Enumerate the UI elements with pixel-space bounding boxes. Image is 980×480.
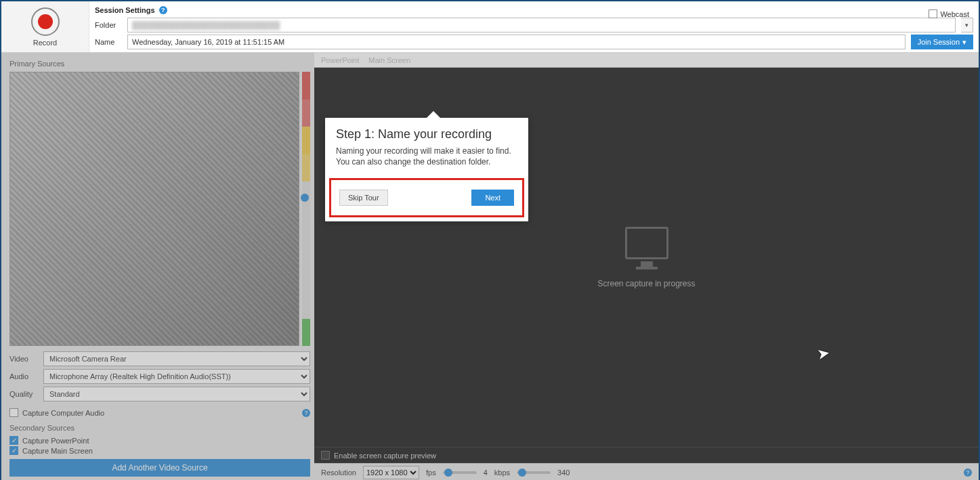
chevron-down-icon: ▾ <box>962 38 966 47</box>
webcast-label: Webcast <box>940 10 969 18</box>
audio-label: Audio <box>9 372 39 380</box>
monitor-icon <box>625 227 668 269</box>
record-label: Record <box>33 39 57 47</box>
resolution-label: Resolution <box>321 468 356 477</box>
capture-computer-audio-label: Capture Computer Audio <box>22 409 104 417</box>
folder-select[interactable]: ████████████████████████████ <box>127 18 956 32</box>
record-icon <box>31 7 60 36</box>
capture-main-screen-label: Capture Main Screen <box>22 447 93 455</box>
add-video-source-button[interactable]: Add Another Video Source <box>9 459 310 477</box>
skip-tour-button[interactable]: Skip Tour <box>339 190 388 206</box>
folder-dropdown-icon[interactable]: ▾ <box>961 18 973 32</box>
webcast-checkbox[interactable] <box>929 9 937 18</box>
folder-value: ████████████████████████████ <box>132 21 280 29</box>
camera-preview <box>9 72 299 346</box>
join-session-button[interactable]: Join Session▾ <box>911 35 973 49</box>
help-icon[interactable]: ? <box>159 6 167 14</box>
session-name-input[interactable] <box>127 35 906 49</box>
audio-meter <box>302 72 310 346</box>
screen-capture-status: Screen capture in progress <box>597 279 695 288</box>
secondary-sources-title: Secondary Sources <box>9 424 310 432</box>
name-label: Name <box>95 38 122 46</box>
session-settings-title: Session Settings <box>95 6 155 14</box>
tour-title: Step 1: Name your recording <box>336 127 517 141</box>
capture-main-screen-checkbox[interactable] <box>9 446 18 455</box>
capture-powerpoint-checkbox[interactable] <box>9 436 18 445</box>
tour-popup: Step 1: Name your recording Naming your … <box>325 118 528 221</box>
kbps-value: 340 <box>557 468 570 477</box>
quality-select[interactable]: Standard <box>43 387 310 401</box>
tab-main-screen[interactable]: Main Screen <box>368 56 410 64</box>
fps-slider[interactable] <box>443 471 477 474</box>
fps-value: 4 <box>484 468 488 477</box>
video-label: Video <box>9 355 39 363</box>
quality-label: Quality <box>9 390 39 398</box>
kbps-slider[interactable] <box>517 471 551 474</box>
next-button[interactable]: Next <box>471 190 514 206</box>
tour-body-text: Naming your recording will make it easie… <box>336 146 517 167</box>
enable-preview-checkbox[interactable] <box>321 451 330 460</box>
fps-label: fps <box>426 468 436 477</box>
record-button[interactable]: Record <box>1 1 89 52</box>
enable-preview-label: Enable screen capture preview <box>334 452 436 460</box>
tab-powerpoint[interactable]: PowerPoint <box>321 56 359 64</box>
primary-sources-title: Primary Sources <box>9 60 310 68</box>
video-select[interactable]: Microsoft Camera Rear <box>43 351 310 366</box>
capture-computer-audio-checkbox[interactable] <box>9 408 18 417</box>
kbps-label: kbps <box>494 468 510 477</box>
audio-level-slider[interactable] <box>301 194 309 202</box>
help-icon[interactable]: ? <box>964 468 972 477</box>
folder-label: Folder <box>95 21 122 29</box>
resolution-select[interactable]: 1920 x 1080 <box>363 466 419 479</box>
help-icon[interactable]: ? <box>302 409 310 417</box>
capture-powerpoint-label: Capture PowerPoint <box>22 437 89 445</box>
audio-select[interactable]: Microphone Array (Realtek High Definitio… <box>43 369 310 384</box>
